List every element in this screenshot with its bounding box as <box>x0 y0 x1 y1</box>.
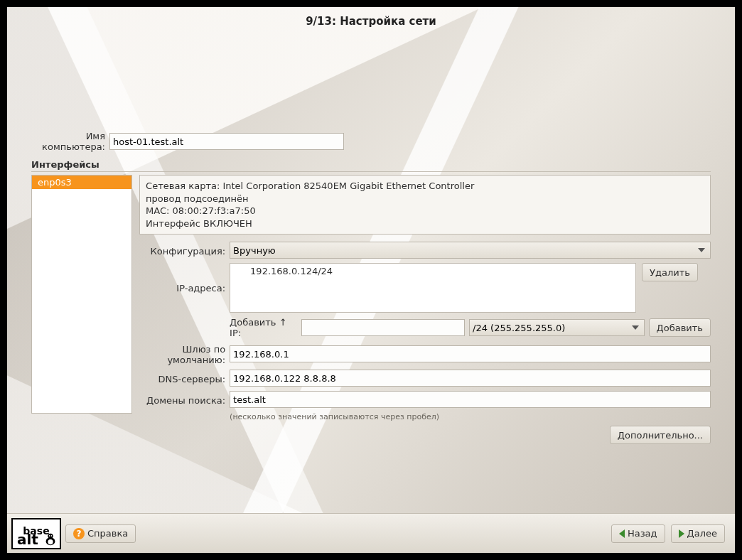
hostname-input[interactable] <box>109 133 344 150</box>
netmask-select[interactable]: /24 (255.255.255.0) <box>469 319 645 336</box>
add-ip-label: Добавить ↑ IP: <box>230 317 297 338</box>
add-ip-button[interactable]: Добавить <box>649 318 711 337</box>
interface-item-enp0s3[interactable]: enp0s3 <box>32 176 131 189</box>
svg-point-3 <box>49 534 50 536</box>
info-nic: Сетевая карта: Intel Corporation 82540EM… <box>146 180 704 193</box>
ip-addresses-label: IP-адреса: <box>139 263 230 294</box>
distro-logo: base alt <box>11 518 61 549</box>
back-button-label: Назад <box>628 528 657 539</box>
add-ip-input[interactable] <box>301 319 465 336</box>
info-mac: MAC: 08:00:27:f3:a7:50 <box>146 205 704 217</box>
arrow-left-icon <box>619 529 625 538</box>
interface-info-box: Сетевая карта: Intel Corporation 82540EM… <box>139 175 711 235</box>
advanced-button-label: Дополнительно... <box>618 430 703 441</box>
back-button[interactable]: Назад <box>611 524 665 543</box>
next-button-label: Далее <box>687 528 717 539</box>
dns-input[interactable] <box>230 370 711 387</box>
delete-ip-button[interactable]: Удалить <box>642 263 698 281</box>
gateway-input[interactable] <box>230 345 711 362</box>
search-domains-input[interactable] <box>230 391 711 408</box>
logo-line2: alt <box>17 532 38 546</box>
svg-point-1 <box>48 539 53 544</box>
delete-ip-button-label: Удалить <box>650 267 690 278</box>
config-label: Конфигурация: <box>139 244 230 257</box>
svg-point-2 <box>48 533 53 538</box>
interface-list[interactable]: enp0s3 <box>31 175 132 414</box>
dns-label: DNS-серверы: <box>139 372 230 384</box>
ip-address-list[interactable]: 192.168.0.124/24 <box>230 263 636 313</box>
info-state: Интерфейс ВКЛЮЧЕН <box>146 217 704 230</box>
advanced-button[interactable]: Дополнительно... <box>610 426 711 444</box>
arrow-right-icon <box>679 529 684 538</box>
info-link: провод подсоединён <box>146 193 704 205</box>
interfaces-heading: Интерфейсы <box>31 159 711 172</box>
hostname-label: Имя компьютера: <box>31 131 109 152</box>
svg-point-4 <box>51 534 52 536</box>
next-button[interactable]: Далее <box>671 524 725 543</box>
multivalue-hint: (несколько значений записываются через п… <box>230 412 439 421</box>
step-title: 9/13: Настройка сети <box>7 7 735 36</box>
search-domains-label: Домены поиска: <box>139 394 230 406</box>
help-button-label: Справка <box>87 528 128 539</box>
penguin-icon <box>43 531 58 546</box>
ip-address-item[interactable]: 192.168.0.124/24 <box>230 266 635 276</box>
step-title-text: 9/13: Настройка сети <box>306 15 436 28</box>
gateway-label: Шлюз по умолчанию: <box>139 343 230 365</box>
help-button[interactable]: ? Справка <box>65 524 136 543</box>
config-select[interactable]: Вручную <box>230 242 711 259</box>
add-ip-button-label: Добавить <box>657 323 703 333</box>
help-icon: ? <box>73 528 85 539</box>
